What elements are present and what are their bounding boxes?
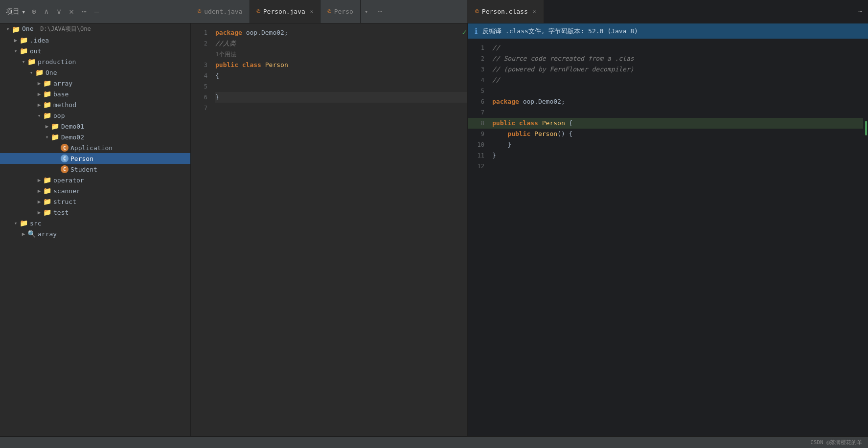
- right-scrollbar[interactable]: [863, 43, 868, 432]
- usage-hint: 1个用法: [215, 49, 467, 60]
- left-editor[interactable]: 1 package oop.Demo02; ✓ 2 //人类 1个用法 3 pu…: [191, 23, 467, 436]
- idea-folder-icon: 📁: [20, 36, 28, 44]
- right-line-10: 10 }: [468, 139, 863, 150]
- tree-demo02[interactable]: ▾ 📁 Demo02: [0, 132, 190, 142]
- demo02-folder-icon: 📁: [51, 133, 59, 141]
- tree-one-folder[interactable]: ▾ 📁 One: [0, 67, 190, 78]
- tree-student[interactable]: C Student: [0, 164, 190, 175]
- close-icon[interactable]: ✕: [69, 7, 74, 16]
- line-num-4: 4: [191, 70, 215, 81]
- right-num-8: 8: [468, 118, 492, 129]
- right-num-9: 9: [468, 129, 492, 139]
- right-line-2: 2 // Source code recreated from a .clas: [468, 53, 863, 64]
- tree-base[interactable]: ▶ 📁 base: [0, 89, 190, 99]
- src-folder-icon: 📁: [20, 219, 28, 227]
- add-icon[interactable]: ⊕: [31, 7, 36, 16]
- tree-test[interactable]: ▶ 📁 test: [0, 207, 190, 218]
- scroll-indicator: [865, 121, 867, 135]
- tree-root[interactable]: ▾ 📁 One D:\JAVA项目\One: [0, 23, 190, 35]
- title-bar-icons: ⊕ ∧ ∨ ✕ ⋯ —: [31, 7, 99, 16]
- right-content-4: //: [492, 75, 863, 86]
- tree-operator[interactable]: ▶ 📁 operator: [0, 175, 190, 185]
- code-area-right[interactable]: 1 // 2 // Source code recreated from a .…: [468, 39, 868, 436]
- src-arrow: ▾: [12, 220, 20, 226]
- nav-down-icon[interactable]: ∨: [57, 7, 62, 16]
- demo02-arrow: ▾: [43, 134, 51, 140]
- idea-label: .idea: [30, 37, 49, 44]
- info-icon: ℹ: [475, 26, 478, 36]
- demo01-arrow: ▶: [43, 123, 51, 130]
- right-content-11: }: [492, 150, 863, 161]
- right-editor[interactable]: ℹ 反编译 .class文件, 字节码版本: 52.0 (Java 8) 1 /…: [467, 23, 868, 436]
- tree-method[interactable]: ▶ 📁 method: [0, 99, 190, 110]
- demo01-folder-icon: 📁: [51, 122, 59, 130]
- demo02-label: Demo02: [61, 134, 84, 141]
- tree-scanner[interactable]: ▶ 📁 scanner: [0, 185, 190, 196]
- tree-array[interactable]: ▶ 📁 array: [0, 78, 190, 89]
- line-content-3: public class Person: [215, 60, 467, 70]
- tab-person-icon: ©: [257, 8, 260, 15]
- tab-class-icon: ©: [475, 8, 479, 15]
- method-folder-icon: 📁: [43, 101, 51, 109]
- tab-more-button[interactable]: ▾: [361, 8, 372, 15]
- code-area-left[interactable]: 1 package oop.Demo02; ✓ 2 //人类 1个用法 3 pu…: [191, 23, 467, 436]
- tab-student-java[interactable]: © udent.java: [191, 0, 250, 23]
- tab-class-close[interactable]: ✕: [533, 8, 536, 15]
- tree-src-array[interactable]: ▶ 🔍 array: [0, 228, 190, 239]
- out-arrow: ▾: [12, 48, 20, 54]
- tree-idea[interactable]: ▶ 📁 .idea: [0, 35, 190, 45]
- code-line-1: 1 package oop.Demo02; ✓: [191, 27, 467, 38]
- right-num-4: 4: [468, 75, 492, 86]
- right-num-5: 5: [468, 86, 492, 96]
- code-line-7: 7: [191, 103, 467, 113]
- more-icon[interactable]: ⋯: [82, 7, 87, 16]
- test-label: test: [53, 209, 69, 216]
- code-line-6: 6 }: [191, 92, 467, 103]
- src-array-arrow: ▶: [20, 231, 27, 237]
- tab-person-close[interactable]: ✕: [310, 8, 314, 15]
- tab-actions[interactable]: ⋯: [372, 8, 388, 15]
- out-folder-icon: 📁: [20, 47, 28, 55]
- tree-person[interactable]: C Person: [0, 153, 190, 164]
- tab-perso-label: Perso: [334, 8, 353, 15]
- idea-arrow: ▶: [12, 37, 20, 44]
- oop-label: oop: [53, 112, 65, 119]
- struct-arrow: ▶: [35, 199, 43, 205]
- tab-person-java[interactable]: © Person.java ✕: [250, 0, 321, 23]
- tab-more-icon: ▾: [365, 8, 368, 15]
- tab-person-class[interactable]: © Person.class ✕: [467, 0, 544, 23]
- right-content-2: // Source code recreated from a .clas: [492, 53, 863, 64]
- root-folder-icon: 📁: [12, 25, 20, 33]
- tree-application[interactable]: C Application: [0, 142, 190, 153]
- code-line-3: 3 public class Person: [191, 60, 467, 70]
- title-bar-left: 项目 ▾ ⊕ ∧ ∨ ✕ ⋯ —: [0, 7, 191, 16]
- right-tab-more[interactable]: ⋯: [852, 8, 868, 15]
- tree-demo01[interactable]: ▶ 📁 Demo01: [0, 121, 190, 132]
- project-sidebar[interactable]: ▾ 📁 One D:\JAVA项目\One ▶ 📁 .idea ▾ 📁 out …: [0, 23, 191, 436]
- right-num-11: 11: [468, 150, 492, 161]
- tab-perso[interactable]: © Perso: [320, 0, 360, 23]
- dropdown-icon: ▾: [22, 8, 25, 16]
- one-folder-icon: 📁: [35, 68, 44, 76]
- operator-folder-icon: 📁: [43, 176, 51, 184]
- tree-out[interactable]: ▾ 📁 out: [0, 45, 190, 56]
- test-folder-icon: 📁: [43, 208, 51, 216]
- nav-up-icon[interactable]: ∧: [44, 7, 49, 16]
- right-content-6: package oop.Demo02;: [492, 96, 863, 107]
- right-line-7: 7: [468, 107, 863, 118]
- right-content-10: }: [492, 139, 863, 150]
- array-folder-icon: 📁: [43, 79, 51, 87]
- info-text: 反编译 .class文件, 字节码版本: 52.0 (Java 8): [482, 27, 638, 36]
- right-line-11: 11 }: [468, 150, 863, 161]
- right-num-1: 1: [468, 43, 492, 53]
- project-menu[interactable]: 项目 ▾: [6, 7, 25, 16]
- line-num-7: 7: [191, 103, 215, 113]
- tree-src[interactable]: ▾ 📁 src: [0, 218, 190, 228]
- struct-folder-icon: 📁: [43, 198, 51, 205]
- scanner-arrow: ▶: [35, 188, 43, 194]
- tree-oop[interactable]: ▾ 📁 oop: [0, 110, 190, 121]
- tree-struct[interactable]: ▶ 📁 struct: [0, 196, 190, 207]
- tree-production[interactable]: ▾ 📁 production: [0, 56, 190, 67]
- array-label: array: [53, 80, 72, 87]
- minimize-icon[interactable]: —: [94, 7, 99, 16]
